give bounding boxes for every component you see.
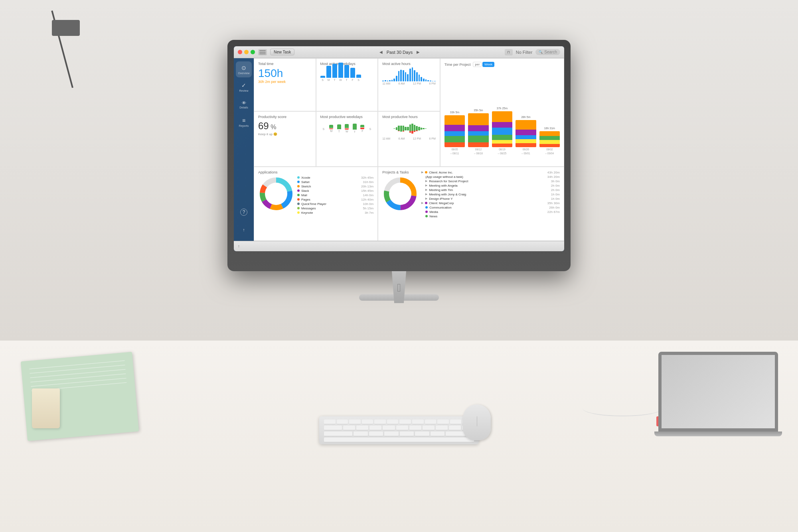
hour-bar-2: [387, 81, 389, 81]
hour-bar-0: [382, 81, 384, 81]
active-hours-widget: Most active hours 12 AM6 AM12 PM6 PM: [378, 58, 440, 111]
sidebar-item-share[interactable]: ↑: [236, 222, 252, 238]
productivity-sub: Keep it up 😊: [258, 132, 312, 136]
project-item-9: Media22h 67m: [421, 210, 560, 214]
project-item-10: News: [421, 214, 560, 219]
productive-hour-col-6: [396, 127, 398, 130]
prev-period-button[interactable]: ◀: [378, 49, 384, 55]
hour-bar-12: [409, 69, 411, 81]
hour-bar-3: [389, 80, 391, 81]
productive-weekday-col-5: F: [359, 125, 366, 132]
hour-bar-21: [430, 81, 431, 81]
sidebar-item-help[interactable]: ?: [236, 204, 252, 220]
app-ui: New Task ◀ Past 30 Days ▶ ⊓ No Filter 🔍 …: [234, 46, 564, 251]
project-item-2: ▶Research for Secret Project3h 0m: [421, 179, 560, 183]
share-bottom-icon[interactable]: ↑: [238, 244, 240, 248]
hour-bar-1: [385, 80, 386, 81]
imac-screen: New Task ◀ Past 30 Days ▶ ⊓ No Filter 🔍 …: [234, 46, 564, 251]
productive-hours-axis: 12 AM6 AM12 PM6 PM: [382, 137, 436, 140]
hour-bar-4: [391, 80, 393, 81]
navigation-center: ◀ Past 30 Days ▶: [298, 49, 502, 55]
hours-axis: 12 AM6 AM12 PM6 PM: [382, 82, 436, 85]
applications-donut-chart: [258, 176, 294, 212]
filter-button[interactable]: ⊓: [505, 49, 513, 55]
svg-point-13: [389, 183, 411, 205]
productive-hour-col-10: [405, 127, 407, 131]
app-item-0: Xcode32h 45m: [297, 176, 373, 179]
productive-hours-title: Most productive hours: [382, 115, 436, 119]
project-list: ▶Client: Acme Inc.43h 20m(App usage with…: [421, 170, 560, 237]
weekday-bar-S: S: [320, 76, 325, 81]
weekday-bar-M: M: [326, 66, 331, 81]
app-item-1: Safari31h 6m: [297, 180, 373, 184]
dashboard: Total time 150h 30h 2m per week Most act…: [254, 58, 564, 241]
reports-icon: ≡: [242, 117, 245, 124]
search-placeholder: Search: [544, 50, 557, 54]
productive-hour-col-12: [409, 124, 411, 132]
stacked-bar-col-0: 33h 5m08/05– 08/11: [444, 111, 465, 155]
weekday-bar-T: T: [344, 65, 349, 81]
productive-hours-chart: [382, 120, 436, 136]
search-box[interactable]: 🔍 Search: [535, 49, 560, 55]
period-label: Past 30 Days: [387, 50, 413, 55]
app-item-4: Mail14h 0m: [297, 193, 373, 197]
title-bar: New Task ◀ Past 30 Days ▶ ⊓ No Filter 🔍 …: [234, 46, 564, 58]
sidebar-label-review: Review: [239, 89, 249, 92]
productive-weekday-col-3: W: [344, 124, 350, 133]
total-time-value: 150h: [258, 67, 312, 80]
project-item-1: (App usage without a task)34h 20m: [421, 175, 560, 179]
close-button[interactable]: [238, 50, 242, 54]
total-time-sub: 30h 2m per week: [258, 80, 312, 84]
active-hours-chart: [382, 67, 436, 81]
weekday-bar-T: T: [332, 64, 337, 81]
keyboard: [319, 416, 479, 444]
app-item-5: Pages12h 40m: [297, 198, 373, 201]
hour-bar-6: [396, 76, 397, 81]
app-list: Xcode32h 45mSafari31h 6mSketch20h 13mSla…: [297, 176, 373, 215]
project-item-0: ▶Client: Acme Inc.43h 20m: [421, 170, 560, 175]
projects-donut-chart: [382, 176, 418, 212]
details-icon: 👁: [242, 100, 246, 105]
laptop: [658, 352, 778, 436]
hour-bar-16: [419, 75, 420, 81]
per-button[interactable]: per: [473, 62, 482, 67]
svg-point-7: [265, 183, 287, 205]
sidebar-item-overview[interactable]: ⊙ Overview: [236, 61, 252, 77]
app-item-2: Sketch20h 13m: [297, 185, 373, 188]
sidebar-item-reports[interactable]: ≡ Reports: [236, 114, 252, 130]
maximize-button[interactable]: [251, 50, 255, 54]
productive-weekdays-widget: Most productive weekdays SMTWTFS: [316, 111, 378, 166]
applications-title: Applications: [258, 170, 373, 174]
sidebar-item-details[interactable]: 👁 Details: [236, 97, 252, 112]
productive-weekday-col-2: T: [336, 124, 343, 133]
productive-hour-col-16: [418, 127, 420, 130]
hour-bar-7: [398, 71, 400, 81]
hour-bar-8: [400, 70, 402, 81]
productive-hour-col-18: [423, 128, 425, 129]
sidebar-item-review[interactable]: ✓ Review: [236, 79, 252, 95]
stacked-bar-chart: 33h 5m08/05– 08/1135h 5m08/12– 08/1837h …: [444, 69, 560, 163]
project-item-8: Communication26h 0m: [421, 205, 560, 210]
productive-hour-col-17: [421, 128, 423, 130]
sidebar-label-details: Details: [239, 106, 248, 109]
sidebar-toggle-button[interactable]: [258, 49, 267, 55]
productive-hour-col-5: [393, 128, 395, 129]
new-task-button[interactable]: New Task: [270, 49, 294, 55]
hour-bar-5: [393, 79, 395, 81]
help-icon: ?: [240, 209, 247, 216]
productive-weekdays-chart: SMTWTFS: [320, 120, 374, 136]
projects-widget: Projects & Tasks: [378, 167, 564, 241]
active-hours-title: Most active hours: [382, 62, 436, 66]
minimize-button[interactable]: [244, 50, 249, 54]
productivity-unit: %: [271, 124, 276, 130]
week-button[interactable]: Week: [482, 62, 494, 67]
sidebar-label-overview: Overview: [238, 72, 249, 75]
review-icon: ✓: [241, 82, 246, 89]
hour-bar-19: [425, 79, 427, 81]
hour-bar-20: [427, 80, 429, 81]
filter-label: No Filter: [516, 50, 533, 55]
active-weekdays-widget: Most active weekdays SMTWTFS: [316, 58, 378, 111]
pencil-cup: [32, 388, 60, 428]
stacked-bar-col-4: 16h 31m09/02– 09/04: [539, 127, 560, 155]
next-period-button[interactable]: ▶: [415, 49, 421, 55]
